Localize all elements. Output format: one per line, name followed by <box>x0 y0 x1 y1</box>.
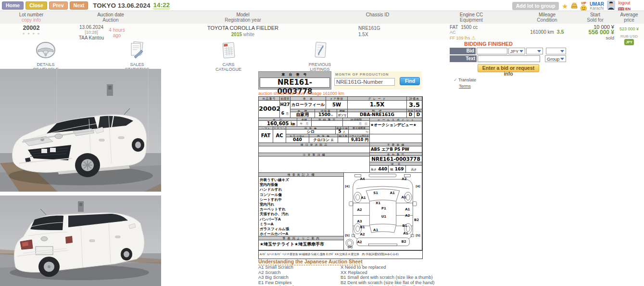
logout-link[interactable]: logout <box>619 1 631 5</box>
sheet-office-header: 事 務 局 よ り ご 案 内 <box>259 236 344 240</box>
sheet-grade: 1.5X <box>348 101 407 109</box>
vip-smiley-icon[interactable]: VIP <box>581 1 587 12</box>
inspector-note: ガラスフィルム張 <box>260 227 343 232</box>
legend-item: E1 Few Dimples <box>258 280 291 285</box>
inspector-note: 室内内張傷 <box>260 182 343 187</box>
prev-button[interactable]: Prev <box>49 1 68 10</box>
col-label2: Condition <box>515 17 580 23</box>
close-button[interactable]: Close <box>25 1 47 10</box>
sheet-int-grade: D <box>415 112 422 118</box>
sheet-shift: FAT <box>259 130 273 143</box>
inspector-note: 室内汚れ <box>260 202 343 207</box>
sheet-sales-point: ★オークションデビュー★ <box>370 121 422 134</box>
sheet-reg-month: 6 <box>281 111 284 116</box>
bid-extra-select[interactable] <box>546 48 567 54</box>
chassis-plate-header: 車 台 番 号 <box>259 72 331 77</box>
sheet-chassis-header: 車 台 番 号 <box>370 153 422 156</box>
inspector-note: 外装うすい線キズ <box>260 178 343 182</box>
month-of-production-label: MONTH OF PRODUCTION <box>334 71 422 77</box>
sheet-door-header: ドア形状 <box>326 97 348 101</box>
sheet-parts-header: 後 日 発 送 部 品 <box>259 143 370 146</box>
sheet-height-label: 高さ <box>411 168 417 171</box>
sheet-cc: 1500 <box>318 112 330 117</box>
currency-value: JPY <box>510 49 518 54</box>
chevron-down-icon <box>537 50 541 52</box>
sheet-width-label: 幅 <box>391 168 393 171</box>
sheet-aircon: AC <box>273 130 286 143</box>
month-of-production-box: MONTH OF PRODUCTION Find <box>334 71 422 90</box>
diagram-mark: P1 <box>381 207 386 210</box>
jpy-currency-badge[interactable]: JPY <box>624 39 633 45</box>
bid-request-label: Bid request <box>450 48 476 54</box>
cars-catalogue-button[interactable]: CARSCATALOGUE <box>202 41 255 72</box>
price-cell: 10 000 ¥ 556 000 ¥ sold <box>560 25 614 40</box>
legend-item: X Need to be replaced <box>341 264 386 270</box>
lot-row: 20002 ★ ★ ★ ★ 13.06.2024 [10:28] TAA Kan… <box>0 24 644 40</box>
lot-cell: 20002 ★ ★ ★ ★ <box>0 26 63 36</box>
currency-select[interactable]: JPY <box>508 48 525 54</box>
sheet-parts-blank <box>259 146 370 153</box>
sheet-chassis-number: NRE161-0003778 <box>370 156 422 162</box>
col-engine: Engine CC Equipment <box>428 12 515 23</box>
favorites-star-icon[interactable]: ★ <box>562 3 568 10</box>
engine-cc: 1500 cc <box>461 25 478 30</box>
auction-sheet-scan: 出品番号 20002 初度登録 H27年 6 月 車 名 カローラフィールダー … <box>258 96 423 259</box>
col-mileage: Mileage Condition <box>515 12 580 23</box>
diagram-mark: X1 <box>376 201 380 205</box>
chevron-down-icon <box>560 50 564 52</box>
sheet-intcolor: クロ/コン <box>313 138 329 142</box>
col-label2: price <box>615 17 644 23</box>
sheet-ext-grade: D <box>407 112 415 118</box>
sheet-length: 440 <box>378 167 387 171</box>
sheet-name-header: 車 名 <box>290 97 326 101</box>
sheet-score-header: 評価点 <box>407 97 422 101</box>
sheet-inspection: 年 月 <box>297 121 312 127</box>
currency-switch[interactable]: RUB USD <box>620 34 638 39</box>
col-label2: Auction <box>63 17 159 23</box>
col-label2: Registration year <box>159 17 327 23</box>
user-info[interactable]: UMAR Karachi <box>590 2 604 11</box>
coins-icon[interactable] <box>571 2 578 11</box>
col-label2: Sold for <box>575 17 616 23</box>
sheet-reg-header: 初度登録 <box>280 97 290 101</box>
copy-info-link[interactable]: copy info <box>0 17 63 23</box>
equipment: AC <box>450 30 517 35</box>
message-text-input[interactable] <box>478 55 540 62</box>
diagram-mark: A1 <box>401 195 406 199</box>
listing-header: Lot number copy info Auction date Auctio… <box>0 11 644 24</box>
next-button[interactable]: Next <box>70 1 88 10</box>
group-select[interactable]: Group <box>545 55 566 62</box>
sheet-office-note: ★埼玉サテライト★埼玉県幸手市 <box>259 240 344 250</box>
diagram-mark: A2 <box>360 233 365 236</box>
car-photo-front[interactable] <box>0 69 161 192</box>
find-button[interactable]: Find <box>400 77 420 85</box>
enter-bid-button[interactable]: Enter a bid or request info <box>478 64 539 72</box>
legend-item: A1 Small Scratch <box>258 264 293 270</box>
action-label: SALES <box>111 62 164 67</box>
time-ago: 4 hours ago <box>102 27 131 38</box>
sales-statistics-button[interactable]: SALESSTATISTICS <box>111 41 164 72</box>
previous-listings-button[interactable]: PREVIOUSLISTINGS <box>293 41 346 72</box>
diagram-mark: A2 <box>402 177 406 181</box>
chassis-search-input[interactable] <box>334 78 395 86</box>
translate-checkbox[interactable]: ✓ Translate <box>454 78 476 82</box>
diagram-mark: [2] <box>348 246 353 248</box>
add-lot-to-group-button[interactable]: Add lot to group <box>512 2 559 10</box>
home-button[interactable]: Home <box>2 1 24 10</box>
sheet-sales-header: セ ー ル ス ポ イ ン ト <box>370 118 422 121</box>
avatar[interactable] <box>607 0 615 12</box>
bid-option-select[interactable] <box>526 48 543 54</box>
average-price-cell: 523 000 ¥ RUB USD JPY <box>616 26 643 45</box>
terms-link[interactable]: Terms <box>454 84 476 89</box>
diagram-mark: B1 <box>360 225 365 229</box>
bid-amount-input[interactable] <box>477 48 507 54</box>
details-of-vehicle-button[interactable]: DETAILSOF VEHICLE <box>19 41 72 72</box>
diagram-mark: A4 <box>360 177 365 181</box>
diagram-mark: A1 <box>405 208 410 211</box>
logout-block[interactable]: logout EN <box>618 1 631 11</box>
car-photo-rear[interactable] <box>0 195 161 286</box>
lot-number: 20002 <box>0 26 63 31</box>
auction-time-link[interactable]: 14:22 <box>153 1 170 9</box>
registration-year: 2015 <box>231 32 242 37</box>
sheet-fuel: ガソリン <box>337 112 348 118</box>
